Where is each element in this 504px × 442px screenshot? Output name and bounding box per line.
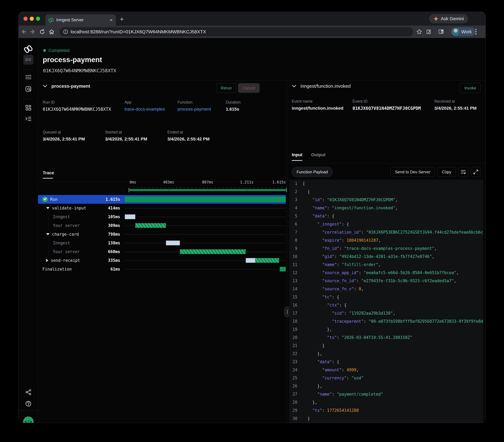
- help-icon[interactable]: [18, 401, 38, 407]
- trace-timeline-header: 0ms403ms807ms1.211s1.615s: [129, 180, 286, 194]
- forward-icon[interactable]: [30, 29, 39, 34]
- reload-icon[interactable]: [39, 29, 49, 34]
- trace-row-inngest[interactable]: Inngest105ms: [38, 212, 286, 221]
- home-icon[interactable]: [49, 29, 58, 34]
- trace-row-run[interactable]: Run1.615s: [38, 195, 286, 204]
- close-window-button[interactable]: [23, 17, 28, 21]
- line-number: 12: [289, 270, 303, 275]
- chevron-right-icon[interactable]: [46, 259, 48, 262]
- trace-row-label: Finalization: [42, 267, 72, 272]
- event-detail-panel: inngest/function.invoked Invoke Event na…: [287, 80, 486, 423]
- chevron-down-icon[interactable]: [292, 85, 296, 88]
- dev-server-button[interactable]: </>: [18, 416, 38, 423]
- profile-chip[interactable]: Work: [451, 27, 475, 36]
- url-bar[interactable]: localhost:8288/run?runID=01KJX6Q7W64NMKM…: [59, 27, 413, 36]
- trace-row-send-receipt[interactable]: send-receipt335ms: [38, 256, 286, 265]
- trace-row-inngest[interactable]: Inngest138ms: [38, 238, 286, 247]
- cancel-button[interactable]: Cancel: [238, 83, 260, 93]
- sidebar-bottom-divider: [18, 410, 38, 411]
- kebab-menu-icon[interactable]: [475, 29, 485, 35]
- sidebar-item-events[interactable]: [18, 86, 38, 92]
- trace-span-bar[interactable]: [125, 197, 286, 202]
- line-number: 27: [289, 392, 303, 396]
- status-dot-icon: [43, 49, 46, 52]
- browser-window: Inngest Server × + Ask Gemini: [18, 12, 486, 423]
- minimize-window-button[interactable]: [30, 17, 34, 21]
- ask-gemini-button[interactable]: Ask Gemini: [429, 14, 468, 23]
- expand-icon[interactable]: [471, 167, 481, 177]
- browser-tab[interactable]: Inngest Server ×: [45, 14, 116, 26]
- invoke-button[interactable]: Invoke: [460, 83, 481, 93]
- share-icon[interactable]: [18, 389, 38, 395]
- sidebar-item-runs[interactable]: [18, 75, 38, 80]
- send-to-dev-server-button[interactable]: Send to Dev Server: [390, 167, 435, 177]
- tab-close-icon[interactable]: ×: [109, 17, 113, 23]
- search-tabs-icon[interactable]: [438, 29, 448, 34]
- field-run-id: Run ID 01KJX6Q7W64NMKMWBNKCJ58XTX: [43, 100, 111, 112]
- indent-guide: [49, 212, 49, 221]
- trace-row-duration: 1.615s: [106, 197, 120, 202]
- code-line: 18"traceparent": "00-a073fb598bfff8af829…: [289, 317, 483, 325]
- extensions-icon[interactable]: [426, 29, 435, 34]
- new-tab-button[interactable]: +: [120, 15, 124, 23]
- axis-tick-label: 1.615s: [272, 180, 286, 184]
- sidebar-item-apps[interactable]: [18, 105, 38, 111]
- event-panel-header[interactable]: inngest/function.invoked: [292, 84, 351, 89]
- app-link[interactable]: trace-docs-examples: [125, 107, 165, 112]
- toolbar-separator: [437, 29, 437, 35]
- trace-row-charge-card[interactable]: charge-card798ms: [38, 230, 286, 238]
- line-number: 9: [289, 246, 303, 251]
- trace-span-bar[interactable]: [180, 249, 246, 254]
- maximize-window-button[interactable]: [36, 17, 40, 21]
- environment-badge[interactable]: DV: [18, 55, 38, 65]
- sidebar-item-console[interactable]: [18, 116, 38, 121]
- axis-tick-label: 0ms: [129, 180, 136, 184]
- trace-row-your-server[interactable]: Your server660ms: [38, 247, 286, 256]
- back-icon[interactable]: [21, 29, 30, 34]
- trace-row-label: Inngest: [53, 241, 70, 245]
- function-payload-pill[interactable]: Function Payload: [292, 167, 333, 177]
- code-line: 8"expire": 1804190141287,: [289, 236, 483, 244]
- trace-row-duration: 335ms: [108, 258, 120, 263]
- trace-minimap[interactable]: [129, 189, 286, 191]
- payload-code-viewer[interactable]: 1[2{3"id": "01KJX6Q7V81N4DMZ7HFJ0CGPDM",…: [289, 180, 483, 423]
- trace-row-finalization[interactable]: Finalization61ms: [38, 265, 286, 273]
- trace-row-your-server[interactable]: Your server309ms: [38, 221, 286, 230]
- trace-span-bar[interactable]: [166, 241, 180, 245]
- gemini-sparkle-icon: [433, 16, 439, 21]
- site-info-icon[interactable]: [63, 29, 68, 34]
- code-line: 29"ts": 1772654141288: [289, 406, 483, 414]
- line-number: 17: [289, 311, 303, 316]
- chevron-down-icon[interactable]: [46, 233, 50, 235]
- line-number: 18: [289, 319, 303, 324]
- inngest-favicon: [49, 17, 54, 23]
- run-panel-header[interactable]: process-payment: [43, 84, 90, 89]
- chevron-down-icon[interactable]: [46, 207, 50, 209]
- trace-span-bar[interactable]: [255, 258, 279, 263]
- wrap-lines-icon[interactable]: [458, 167, 468, 177]
- code-line: 15"tc": {: [289, 293, 483, 301]
- trace-span-bar[interactable]: [246, 258, 255, 263]
- line-number: 5: [289, 214, 303, 218]
- status-label: Completed: [49, 48, 70, 53]
- trace-span-bar[interactable]: [280, 267, 286, 272]
- inngest-logo[interactable]: [18, 45, 38, 53]
- code-line: 11"name": "fulfill-order",: [289, 261, 483, 269]
- tab-input[interactable]: Input: [292, 152, 302, 161]
- line-number: 24: [289, 368, 303, 372]
- copy-button[interactable]: Copy: [437, 167, 456, 177]
- bookmark-star-icon[interactable]: [416, 29, 426, 34]
- chevron-down-icon[interactable]: [43, 85, 47, 88]
- toolbar-separator: [449, 29, 450, 35]
- tab-trace[interactable]: Trace: [43, 170, 54, 179]
- trace-span-bar[interactable]: [125, 214, 135, 219]
- function-link[interactable]: process-payment: [178, 107, 211, 112]
- code-line: 25"currency": "usd": [289, 374, 483, 382]
- trace-span-bar[interactable]: [135, 223, 166, 228]
- tab-output[interactable]: Output: [311, 152, 325, 161]
- code-line: 16"ctx": {: [289, 301, 483, 309]
- trace-row-validate-input[interactable]: validate-input414ms: [38, 204, 286, 212]
- rerun-button[interactable]: Rerun: [216, 83, 236, 93]
- tab-title: Inngest Server: [56, 17, 109, 22]
- axis-tick-label: 1.211s: [240, 180, 253, 184]
